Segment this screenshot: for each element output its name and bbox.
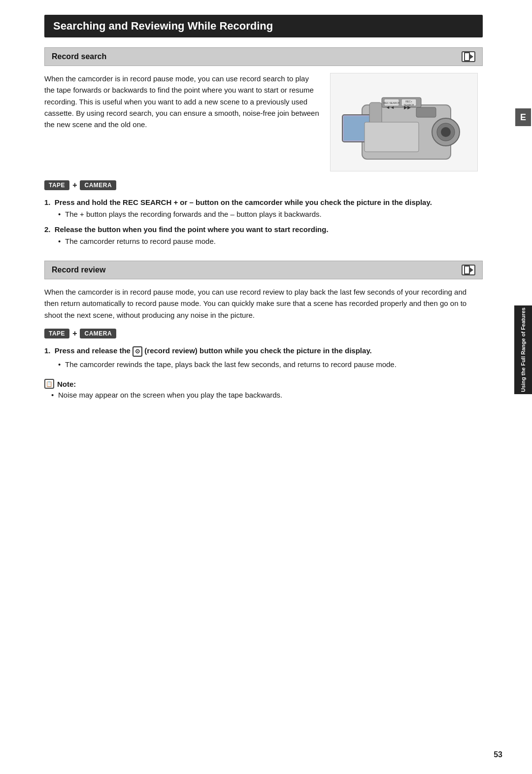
review-step-1-bullets: The camcorder rewinds the tape, plays ba…	[58, 359, 483, 370]
tab-e-label: E	[515, 108, 531, 126]
page-number: 53	[494, 750, 502, 759]
step-2-header: Release the button when you find the poi…	[55, 225, 329, 234]
step-2-number: 2.	[44, 225, 51, 234]
record-search-icon	[462, 51, 475, 62]
sidebar-vertical-text: Using the Full Range of Features	[520, 307, 527, 392]
camera-badge-2: CAMERA	[80, 329, 116, 338]
plus-sign-1: +	[72, 181, 77, 190]
record-search-body: When the camcorder is in record pause mo…	[44, 73, 320, 130]
step-1: 1. Press and hold the REC SEARCH + or – …	[44, 198, 483, 220]
record-search-label: Record search	[52, 52, 106, 61]
note-icon: 📋	[44, 379, 54, 389]
note-bullet-1: Noise may appear on the screen when you …	[51, 391, 483, 399]
record-search-image-col: REC SEARCH REC+ SEARCH ◄◄ ▶▶	[330, 73, 483, 171]
note-section: 📋 Note: Noise may appear on the screen w…	[44, 379, 483, 399]
record-search-text: When the camcorder is in record pause mo…	[44, 73, 320, 130]
plus-sign-2: +	[72, 329, 77, 338]
camera-illustration: REC SEARCH REC+ SEARCH ◄◄ ▶▶	[330, 73, 478, 171]
review-step-1-header-part1: Press and release the	[55, 346, 131, 355]
camera-badge-1: CAMERA	[80, 180, 116, 190]
review-step-1-number: 1.	[44, 346, 51, 355]
page-title: Searching and Reviewing While Recording	[44, 15, 483, 37]
review-symbol: ⊙	[133, 346, 142, 357]
svg-rect-16	[416, 107, 436, 117]
svg-text:REC SEARCH: REC SEARCH	[384, 101, 400, 104]
note-title-text: Note:	[57, 380, 76, 388]
step-2-bullets: The camcorder returns to record pause mo…	[58, 236, 483, 247]
record-review-icon	[462, 265, 475, 275]
record-search-badge-row: TAPE + CAMERA	[44, 180, 483, 190]
record-review-badge-row: TAPE + CAMERA	[44, 329, 483, 338]
camera-svg: REC SEARCH REC+ SEARCH ◄◄ ▶▶	[332, 75, 475, 169]
step-1-bullets: The + button plays the recording forward…	[58, 209, 483, 220]
svg-rect-15	[365, 122, 419, 152]
svg-text:◄◄: ◄◄	[386, 105, 395, 110]
step-1-number: 1.	[44, 198, 51, 206]
step-2-bullet-1: The camcorder returns to record pause mo…	[58, 236, 483, 247]
review-step-1-bullet-1: The camcorder rewinds the tape, plays ba…	[58, 359, 483, 370]
record-search-steps: 1. Press and hold the REC SEARCH + or – …	[44, 198, 483, 247]
record-review-header: Record review	[44, 261, 483, 279]
svg-text:▶▶: ▶▶	[404, 105, 411, 110]
record-review-label: Record review	[52, 266, 105, 274]
review-step-1: 1. Press and release the ⊙ (record revie…	[44, 346, 483, 370]
svg-text:REC+: REC+	[405, 100, 412, 103]
record-review-steps: 1. Press and release the ⊙ (record revie…	[44, 346, 483, 370]
record-search-header: Record search	[44, 47, 483, 66]
tape-badge-2: TAPE	[44, 329, 69, 338]
step-2: 2. Release the button when you find the …	[44, 225, 483, 247]
step-1-bullet-1: The + button plays the recording forward…	[58, 209, 483, 220]
review-step-1-header-part2: (record review) button while you check t…	[144, 346, 371, 355]
tab-e-marker: E	[514, 108, 532, 128]
tape-badge-1: TAPE	[44, 180, 69, 190]
vertical-sidebar-tab: Using the Full Range of Features	[514, 305, 532, 394]
svg-point-3	[441, 127, 451, 137]
step-1-header: Press and hold the REC SEARCH + or – but…	[55, 198, 432, 206]
record-review-body: When the camcorder is in record pause mo…	[44, 286, 483, 321]
record-search-content: When the camcorder is in record pause mo…	[44, 73, 483, 171]
